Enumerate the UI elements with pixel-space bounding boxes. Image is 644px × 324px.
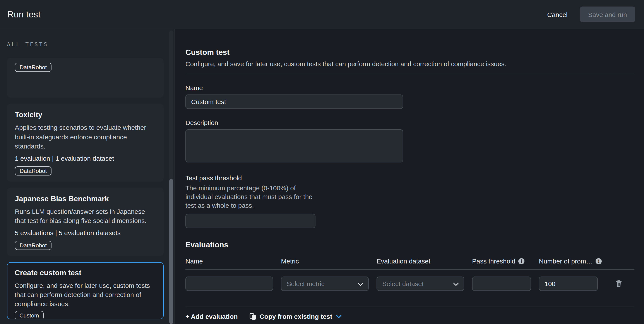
test-pass-threshold-help: The minimum percentage (0-100%) of indiv… bbox=[186, 184, 634, 210]
tests-sidebar: ALL TESTS DataRobot Toxicity Applies tes… bbox=[0, 29, 174, 324]
test-card-description: Configure, and save for later use, custo… bbox=[14, 281, 156, 308]
test-pass-threshold-label: Test pass threshold bbox=[186, 174, 634, 182]
test-card-description: Runs LLM question/answer sets in Japanes… bbox=[15, 207, 156, 225]
save-and-run-button[interactable]: Save and run bbox=[580, 6, 635, 22]
test-source-badge: DataRobot bbox=[15, 166, 52, 175]
custom-test-panel: Custom test Configure, and save for late… bbox=[174, 29, 644, 324]
metric-select-placeholder: Select metric bbox=[287, 280, 324, 287]
column-header-num-prompts: Number of prom… i bbox=[539, 257, 598, 265]
page-title: Run test bbox=[8, 9, 40, 19]
test-source-badge: Custom bbox=[14, 311, 44, 319]
delete-evaluation-button[interactable] bbox=[614, 279, 623, 288]
evaluation-name-input[interactable] bbox=[186, 277, 273, 291]
column-header-name: Name bbox=[186, 257, 273, 265]
test-card-meta: 5 evaluations | 5 evaluation datasets bbox=[15, 229, 156, 236]
test-card-title: Create custom test bbox=[14, 269, 156, 277]
chevron-down-icon bbox=[336, 315, 342, 318]
description-textarea[interactable] bbox=[186, 129, 403, 162]
add-evaluation-button[interactable]: + Add evaluation bbox=[186, 312, 238, 321]
cancel-button[interactable]: Cancel bbox=[546, 8, 568, 21]
test-card-japanese-bias[interactable]: Japanese Bias Benchmark Runs LLM questio… bbox=[7, 187, 164, 256]
evaluations-table-header: Name Metric Evaluation dataset Pass thre… bbox=[186, 257, 634, 265]
dataset-select-placeholder: Select dataset bbox=[382, 280, 424, 287]
all-tests-label: ALL TESTS bbox=[7, 41, 174, 47]
chevron-down-icon bbox=[453, 283, 458, 286]
name-label: Name bbox=[186, 84, 634, 91]
pass-threshold-input[interactable] bbox=[472, 277, 531, 291]
test-source-badge: DataRobot bbox=[15, 63, 52, 72]
info-icon[interactable]: i bbox=[596, 258, 602, 264]
panel-title: Custom test bbox=[186, 48, 634, 57]
panel-subtitle: Configure, and save for later use, custo… bbox=[186, 60, 634, 67]
test-pass-threshold-input[interactable] bbox=[186, 214, 316, 228]
test-card-meta: 1 evaluation | 1 evaluation dataset bbox=[15, 154, 156, 162]
evaluations-heading: Evaluations bbox=[186, 240, 634, 250]
evaluation-row: Select metric Select dataset bbox=[186, 277, 634, 291]
test-source-badge: DataRobot bbox=[15, 241, 52, 250]
top-bar-actions: Cancel Save and run bbox=[546, 6, 635, 22]
divider bbox=[186, 74, 634, 74]
test-card-list: DataRobot Toxicity Applies testing scena… bbox=[7, 58, 164, 319]
top-bar: Run test Cancel Save and run bbox=[0, 0, 644, 29]
copy-from-existing-test-button[interactable]: Copy from existing test bbox=[250, 312, 342, 321]
sidebar-scrollbar-thumb[interactable] bbox=[169, 179, 173, 324]
chevron-down-icon bbox=[358, 283, 363, 286]
table-header-divider bbox=[186, 269, 634, 270]
test-card-create-custom[interactable]: Create custom test Configure, and save f… bbox=[7, 262, 164, 319]
column-header-metric: Metric bbox=[281, 257, 369, 265]
description-label: Description bbox=[186, 119, 634, 126]
num-prompts-input[interactable] bbox=[539, 277, 598, 291]
copy-icon bbox=[250, 313, 256, 320]
name-input[interactable] bbox=[186, 95, 403, 109]
evaluation-actions: + Add evaluation Copy from existing test bbox=[186, 312, 634, 321]
info-icon[interactable]: i bbox=[518, 258, 524, 264]
metric-select[interactable]: Select metric bbox=[281, 277, 369, 291]
table-bottom-divider bbox=[186, 307, 634, 307]
dataset-select[interactable]: Select dataset bbox=[376, 277, 464, 291]
test-card-toxicity[interactable]: Toxicity Applies testing scenarios to ev… bbox=[7, 104, 164, 181]
column-header-dataset: Evaluation dataset bbox=[376, 257, 464, 265]
test-card-title: Toxicity bbox=[15, 111, 156, 119]
test-card-title: Japanese Bias Benchmark bbox=[15, 194, 156, 203]
column-header-pass-threshold: Pass threshold i bbox=[472, 257, 531, 265]
test-card-partial[interactable]: DataRobot bbox=[7, 58, 164, 98]
run-test-window: Run test Cancel Save and run ALL TESTS D… bbox=[0, 0, 644, 324]
trash-icon bbox=[615, 280, 622, 287]
test-card-description: Applies testing scenarios to evaluate wh… bbox=[15, 123, 156, 151]
